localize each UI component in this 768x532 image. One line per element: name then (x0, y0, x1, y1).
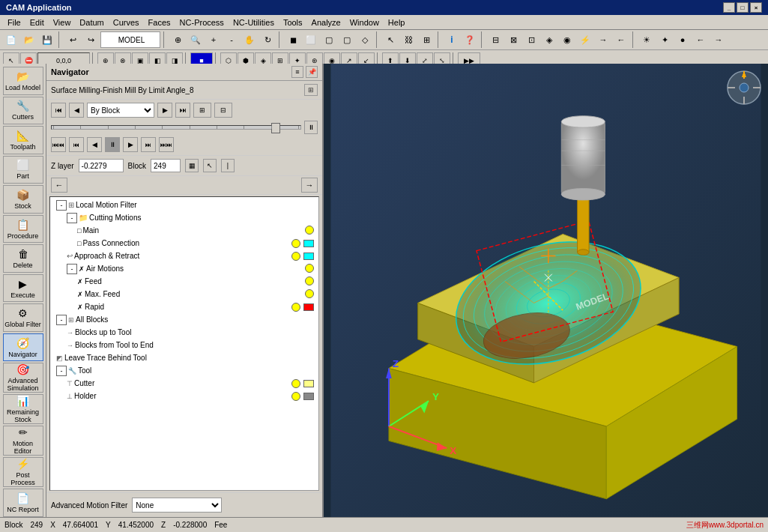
settings1-btn[interactable]: ⊞ (193, 103, 211, 118)
star-btn[interactable]: ✦ (656, 31, 673, 48)
wireframe-btn[interactable]: ⬜ (303, 31, 319, 48)
menu-nc-process[interactable]: NC-Process (175, 16, 229, 28)
menu-tools[interactable]: Tools (279, 16, 307, 28)
tree-approach-retract[interactable]: ↩ Approach & Retract (50, 250, 318, 262)
block-select-btn[interactable]: ▦ (185, 159, 199, 172)
block-input[interactable] (151, 159, 181, 172)
extra7[interactable]: → (595, 31, 611, 48)
viewport-3d[interactable]: Z Y X MODEL (324, 64, 768, 517)
skip-start-btn[interactable]: ⏮ (51, 103, 66, 118)
menu-nc-utilities[interactable]: NC-Utilities (229, 16, 279, 28)
procedure-btn[interactable]: 📋 Procedure (3, 215, 43, 244)
zoom-fit[interactable]: ⊕ (169, 31, 186, 48)
extra2[interactable]: ⊠ (505, 31, 521, 48)
load-model-btn[interactable]: 📂 Load Model (3, 67, 43, 95)
tree-cutter[interactable]: ⊤ Cutter (50, 377, 318, 390)
extra8[interactable]: ← (613, 31, 629, 48)
settings2-btn[interactable]: ⊟ (214, 103, 232, 118)
motion-editor-btn[interactable]: ✏ Motion Editor (3, 426, 43, 456)
transform[interactable]: ⊞ (418, 31, 435, 48)
close-btn[interactable]: × (750, 2, 762, 13)
select-btn[interactable]: ↖ (382, 31, 399, 48)
info-btn[interactable]: i (444, 31, 460, 48)
rotate[interactable]: ↻ (259, 31, 276, 48)
nav-right-arrow[interactable]: → (301, 178, 318, 193)
rewind-all-btn[interactable]: ⏮⏮ (51, 137, 66, 152)
global-filter-btn[interactable]: ⚙ Global Filter (3, 303, 43, 332)
tree-feed[interactable]: ✗ Feed (50, 275, 318, 288)
top-view[interactable]: ▢ (339, 31, 355, 48)
rewind-btn[interactable]: ⏮ (69, 137, 84, 152)
tree-air-motions[interactable]: - ✗ Air Motions (50, 262, 318, 275)
advanced-sim-btn[interactable]: 🎯 Advanced Simulation (3, 363, 43, 393)
sun-btn[interactable]: ☀ (638, 31, 655, 48)
forward-btn[interactable]: → (710, 31, 727, 48)
tree-blocks-from-tool[interactable]: → Blocks from Tool to End (50, 339, 318, 351)
ff-btn[interactable]: ⏭ (141, 137, 156, 152)
pan[interactable]: ✋ (241, 31, 258, 48)
tree-main[interactable]: □ Main (50, 224, 318, 237)
maximize-btn[interactable]: □ (737, 2, 749, 13)
progress-slider[interactable] (51, 125, 301, 130)
expand-local-motion[interactable]: - (56, 200, 67, 211)
tree-rapid[interactable]: ✗ Rapid (50, 300, 318, 313)
tree-leave-trace[interactable]: ◩ Leave Trace Behind Tool (50, 351, 318, 364)
model-select[interactable]: MODEL (100, 31, 160, 48)
tree-cutting-motions[interactable]: - 📁 Cutting Motions (50, 211, 318, 224)
menu-view[interactable]: View (49, 16, 76, 28)
undo-btn[interactable]: ↩ (64, 31, 81, 48)
expand-all-blocks[interactable]: - (56, 315, 67, 325)
extra6[interactable]: ⚡ (577, 31, 593, 48)
zoom-out[interactable]: - (223, 31, 240, 48)
next-btn[interactable]: ▶ (123, 137, 138, 152)
tree-tool[interactable]: - 🔧 Tool (50, 364, 318, 377)
tree-pass-connection[interactable]: □ Pass Connection (50, 237, 318, 250)
expand-cutting[interactable]: - (67, 213, 77, 223)
help-btn[interactable]: ❓ (462, 31, 478, 48)
minimize-btn[interactable]: _ (723, 2, 735, 13)
back-btn[interactable]: ← (692, 31, 709, 48)
save-btn[interactable]: 💾 (39, 31, 55, 48)
expand-tool[interactable]: - (56, 366, 67, 376)
cursor-btn[interactable]: ↖ (203, 159, 217, 172)
front-view[interactable]: ▢ (321, 31, 337, 48)
extra3[interactable]: ⊡ (523, 31, 539, 48)
redo-btn[interactable]: ↪ (82, 31, 99, 48)
toolpath-btn[interactable]: 📐 Toolpath (3, 126, 43, 154)
menu-datum[interactable]: Datum (75, 16, 108, 28)
menu-edit[interactable]: Edit (25, 16, 49, 28)
menu-curves[interactable]: Curves (109, 16, 144, 28)
cutters-btn[interactable]: 🔧 Cutters (3, 97, 43, 125)
part-btn[interactable]: ⬜ Part (3, 156, 43, 184)
stop-btn[interactable]: ⏸ (105, 137, 120, 152)
navigator-sidebar-btn[interactable]: 🧭 Navigator (3, 333, 43, 362)
menu-analyze[interactable]: Analyze (307, 16, 345, 28)
nc-report-btn[interactable]: 📄 NC Report (3, 489, 43, 517)
new-btn[interactable]: 📄 (3, 31, 19, 48)
adv-filter-select[interactable]: None Custom (132, 498, 222, 513)
tree-local-motion-filter[interactable]: - ⊞ Local Motion Filter (50, 199, 318, 211)
menu-file[interactable]: File (3, 16, 25, 28)
delete-btn[interactable]: 🗑 Delete (3, 244, 43, 273)
expand-air[interactable]: - (67, 264, 77, 274)
tree-all-blocks[interactable]: - ⊞ All Blocks (50, 313, 318, 326)
playback-mode-select[interactable]: By Block Continuous Step (87, 103, 154, 118)
open-btn[interactable]: 📂 (21, 31, 37, 48)
extra5[interactable]: ◉ (559, 31, 575, 48)
step-back-btn[interactable]: ◀ (69, 103, 84, 118)
zlayer-input[interactable] (79, 159, 124, 172)
ff-all-btn[interactable]: ⏭⏭ (159, 137, 174, 152)
select-chain[interactable]: ⛓ (400, 31, 417, 48)
pause-btn[interactable]: ⏸ (304, 121, 318, 134)
extra4[interactable]: ◈ (541, 31, 557, 48)
nav-pin-btn[interactable]: 📌 (306, 66, 318, 78)
menu-faces[interactable]: Faces (144, 16, 175, 28)
ball-btn[interactable]: ● (674, 31, 691, 48)
stock-btn[interactable]: 📦 Stock (3, 185, 43, 214)
motion-filter-tree[interactable]: - ⊞ Local Motion Filter - 📁 Cutting Moti… (49, 196, 319, 491)
iso-view[interactable]: ◇ (357, 31, 373, 48)
execute-btn[interactable]: ▶ Execute (3, 274, 43, 303)
extra1[interactable]: ⊟ (487, 31, 504, 48)
nav-cube[interactable]: N (726, 70, 762, 106)
tree-blocks-up-to-tool[interactable]: → Blocks up to Tool (50, 326, 318, 339)
